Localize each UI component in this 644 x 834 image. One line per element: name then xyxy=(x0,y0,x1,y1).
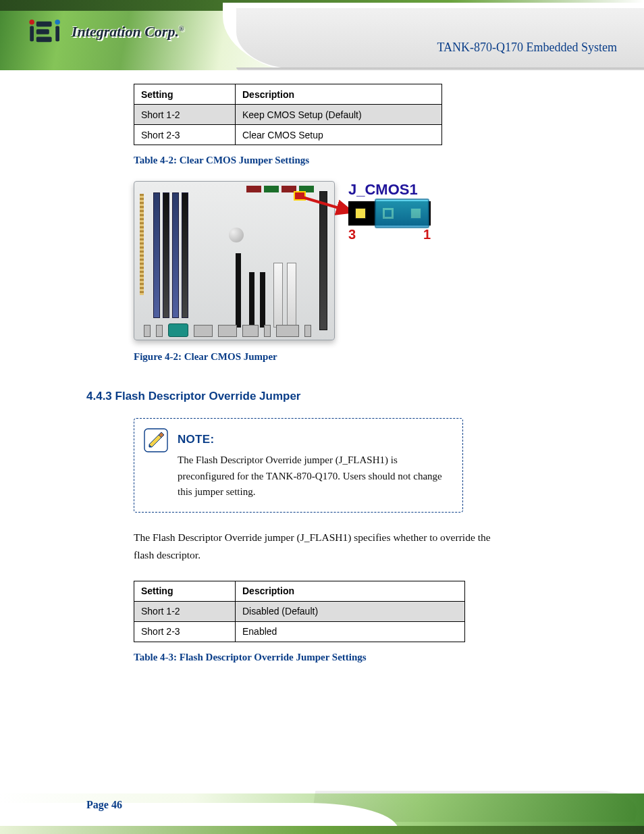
header-curve-grey xyxy=(236,8,644,69)
col-description: Description xyxy=(236,581,465,601)
gold-pin-bank xyxy=(140,194,144,295)
port-icon xyxy=(242,325,259,337)
table-row: Short 1-2 Disabled (Default) xyxy=(134,601,465,621)
brand-reg: ® xyxy=(179,25,184,32)
table-row: Short 2-3 Enabled xyxy=(134,621,465,642)
pin-number-right: 1 xyxy=(423,227,431,242)
table-row: Short 1-2 Keep CMOS Setup (Default) xyxy=(134,105,442,125)
cell-desc: Enabled xyxy=(236,621,465,642)
page-number: Page 46 xyxy=(86,799,122,811)
dimm-slot xyxy=(172,192,179,318)
table2-caption: Table 4-3: Flash Descriptor Override Jum… xyxy=(134,652,644,663)
pci-slot xyxy=(287,263,296,328)
cell-desc: Keep CMOS Setup (Default) xyxy=(236,105,442,125)
note-body: The Flash Descriptor Override jumper (J_… xyxy=(178,452,449,500)
page-header: Integration Corp.® TANK-870-Q170 Embedde… xyxy=(0,0,644,80)
table-row: Short 2-3 Clear CMOS Setup xyxy=(134,125,442,145)
cell-desc: Disabled (Default) xyxy=(236,601,465,621)
port-icon xyxy=(144,325,151,337)
connector-icon xyxy=(264,186,279,192)
flash-override-jumper-table: Setting Description Short 1-2 Disabled (… xyxy=(134,581,465,642)
page-content: Setting Description Short 1-2 Keep CMOS … xyxy=(0,80,644,663)
note-pencil-icon xyxy=(144,428,168,452)
brand-logo-block: Integration Corp.® xyxy=(27,19,184,45)
svg-rect-4 xyxy=(36,37,52,43)
note-callout: NOTE: The Flash Descriptor Override jump… xyxy=(134,418,463,513)
svg-line-7 xyxy=(302,197,352,212)
cell-setting: Short 2-3 xyxy=(134,125,236,145)
port-icon xyxy=(156,325,163,337)
port-icon xyxy=(276,325,299,337)
footer-dark-stripe xyxy=(0,826,644,834)
clear-cmos-figure: J_CMOS1 3 1 Figure 4-2: Clear CMOS Jumpe… xyxy=(134,181,458,363)
clear-cmos-jumper-table: Setting Description Short 1-2 Keep CMOS … xyxy=(134,84,442,145)
pcie-slot xyxy=(236,253,241,328)
svg-rect-1 xyxy=(30,26,34,41)
table-header-row: Setting Description xyxy=(134,581,465,601)
table-header-row: Setting Description xyxy=(134,84,442,105)
cell-setting: Short 1-2 xyxy=(134,105,236,125)
connector-icon xyxy=(246,186,261,192)
dimm-slot xyxy=(163,192,169,318)
cell-setting: Short 2-3 xyxy=(134,621,236,642)
dimm-slot xyxy=(153,192,160,318)
svg-rect-3 xyxy=(36,29,49,34)
svg-rect-2 xyxy=(36,22,52,27)
jumper-diagram xyxy=(348,201,431,226)
svg-point-0 xyxy=(29,20,34,25)
rear-io-ports xyxy=(144,319,325,337)
serial-port-icon xyxy=(168,323,188,337)
brand-name-text: Integration Corp. xyxy=(72,23,179,40)
section-heading: 4.4.3 Flash Descriptor Override Jumper xyxy=(86,390,644,403)
port-icon xyxy=(194,325,213,337)
cell-desc: Clear CMOS Setup xyxy=(236,125,442,145)
brand-name: Integration Corp.® xyxy=(72,23,184,41)
dimm-slot xyxy=(182,192,188,318)
svg-rect-6 xyxy=(55,26,59,41)
col-setting: Setting xyxy=(134,581,236,601)
jumper-shunt-icon xyxy=(375,199,429,228)
jumper-callout: J_CMOS1 3 1 xyxy=(348,181,431,242)
jumper-pin-3 xyxy=(348,201,376,226)
header-bottom-stripe xyxy=(0,70,644,80)
cell-setting: Short 1-2 xyxy=(134,601,236,621)
port-icon xyxy=(264,325,271,337)
svg-point-5 xyxy=(55,20,60,25)
col-setting: Setting xyxy=(134,84,236,105)
page-footer: Page 46 xyxy=(0,775,644,834)
note-title: NOTE: xyxy=(178,431,449,448)
jumper-pin-numbers: 3 1 xyxy=(348,227,431,242)
port-icon xyxy=(304,325,311,337)
jumper-label: J_CMOS1 xyxy=(348,181,431,199)
figure-caption: Figure 4-2: Clear CMOS Jumper xyxy=(134,351,458,363)
table1-caption: Table 4-2: Clear CMOS Jumper Settings xyxy=(134,155,644,166)
pin-number-left: 3 xyxy=(348,227,356,242)
coin-battery-icon xyxy=(229,228,244,242)
port-icon xyxy=(218,325,237,337)
iei-logo-icon xyxy=(27,19,66,45)
body-paragraph: The Flash Descriptor Override jumper (J_… xyxy=(134,529,512,565)
col-description: Description xyxy=(236,84,442,105)
pin-square-icon xyxy=(355,208,366,219)
pci-slot xyxy=(273,263,283,328)
product-name: TANK-870-Q170 Embedded System xyxy=(437,41,617,55)
